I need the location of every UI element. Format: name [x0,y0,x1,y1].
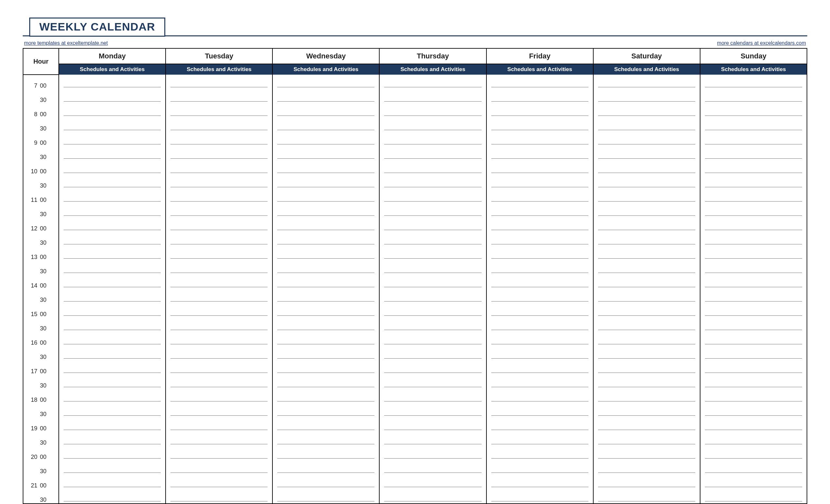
schedule-slot[interactable] [486,461,593,475]
schedule-slot[interactable] [273,403,379,418]
schedule-slot[interactable] [59,75,166,89]
schedule-slot[interactable] [273,203,379,218]
schedule-slot[interactable] [700,89,807,103]
schedule-slot[interactable] [166,289,273,303]
schedule-slot[interactable] [486,89,593,103]
schedule-slot[interactable] [166,261,273,275]
schedule-slot[interactable] [273,261,379,275]
schedule-slot[interactable] [700,132,807,146]
schedule-slot[interactable] [700,75,807,89]
schedule-slot[interactable] [379,275,486,289]
schedule-slot[interactable] [593,318,700,332]
schedule-slot[interactable] [379,118,486,132]
schedule-slot[interactable] [59,232,166,246]
schedule-slot[interactable] [593,261,700,275]
schedule-slot[interactable] [486,375,593,389]
schedule-slot[interactable] [166,361,273,375]
schedule-slot[interactable] [59,403,166,418]
schedule-slot[interactable] [700,318,807,332]
schedule-slot[interactable] [700,175,807,189]
schedule-slot[interactable] [700,446,807,461]
schedule-slot[interactable] [486,432,593,446]
schedule-slot[interactable] [593,89,700,103]
schedule-slot[interactable] [59,132,166,146]
schedule-slot[interactable] [379,489,486,504]
schedule-slot[interactable] [59,175,166,189]
schedule-slot[interactable] [59,161,166,175]
schedule-slot[interactable] [273,346,379,361]
schedule-slot[interactable] [59,246,166,261]
schedule-slot[interactable] [166,146,273,161]
schedule-slot[interactable] [379,446,486,461]
schedule-slot[interactable] [486,275,593,289]
schedule-slot[interactable] [166,389,273,403]
schedule-slot[interactable] [593,489,700,504]
schedule-slot[interactable] [379,261,486,275]
schedule-slot[interactable] [700,289,807,303]
schedule-slot[interactable] [379,146,486,161]
schedule-slot[interactable] [700,303,807,318]
schedule-slot[interactable] [59,375,166,389]
schedule-slot[interactable] [166,275,273,289]
schedule-slot[interactable] [59,89,166,103]
schedule-slot[interactable] [486,332,593,346]
schedule-slot[interactable] [379,418,486,432]
schedule-slot[interactable] [700,189,807,203]
schedule-slot[interactable] [379,189,486,203]
schedule-slot[interactable] [166,461,273,475]
schedule-slot[interactable] [379,203,486,218]
schedule-slot[interactable] [593,446,700,461]
schedule-slot[interactable] [59,346,166,361]
schedule-slot[interactable] [379,375,486,389]
schedule-slot[interactable] [273,461,379,475]
schedule-slot[interactable] [166,118,273,132]
schedule-slot[interactable] [59,475,166,489]
schedule-slot[interactable] [379,346,486,361]
schedule-slot[interactable] [593,103,700,118]
schedule-slot[interactable] [486,361,593,375]
schedule-slot[interactable] [166,75,273,89]
schedule-slot[interactable] [273,289,379,303]
schedule-slot[interactable] [700,461,807,475]
schedule-slot[interactable] [379,103,486,118]
schedule-slot[interactable] [486,389,593,403]
schedule-slot[interactable] [273,332,379,346]
schedule-slot[interactable] [593,246,700,261]
schedule-slot[interactable] [59,361,166,375]
schedule-slot[interactable] [273,189,379,203]
schedule-slot[interactable] [379,218,486,232]
schedule-slot[interactable] [59,103,166,118]
schedule-slot[interactable] [486,346,593,361]
schedule-slot[interactable] [700,103,807,118]
schedule-slot[interactable] [166,432,273,446]
schedule-slot[interactable] [486,146,593,161]
schedule-slot[interactable] [379,403,486,418]
schedule-slot[interactable] [700,232,807,246]
schedule-slot[interactable] [166,489,273,504]
schedule-slot[interactable] [59,189,166,203]
schedule-slot[interactable] [166,346,273,361]
schedule-slot[interactable] [166,332,273,346]
schedule-slot[interactable] [59,146,166,161]
schedule-slot[interactable] [166,175,273,189]
schedule-slot[interactable] [593,332,700,346]
schedule-slot[interactable] [486,318,593,332]
schedule-slot[interactable] [593,303,700,318]
schedule-slot[interactable] [273,389,379,403]
schedule-slot[interactable] [486,403,593,418]
schedule-slot[interactable] [59,261,166,275]
schedule-slot[interactable] [273,475,379,489]
schedule-slot[interactable] [379,175,486,189]
schedule-slot[interactable] [273,361,379,375]
schedule-slot[interactable] [486,232,593,246]
schedule-slot[interactable] [166,246,273,261]
schedule-slot[interactable] [166,132,273,146]
schedule-slot[interactable] [700,332,807,346]
schedule-slot[interactable] [700,146,807,161]
schedule-slot[interactable] [379,289,486,303]
schedule-slot[interactable] [59,332,166,346]
schedule-slot[interactable] [166,303,273,318]
link-more-templates[interactable]: more templates at exceltemplate.net [24,40,108,46]
schedule-slot[interactable] [593,289,700,303]
schedule-slot[interactable] [273,232,379,246]
